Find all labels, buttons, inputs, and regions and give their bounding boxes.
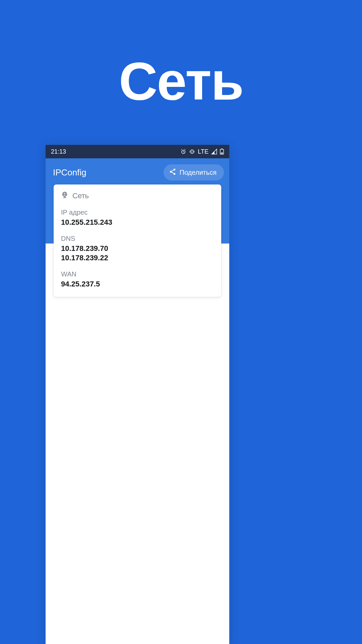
field-label: IP адрес [61,209,214,216]
field-ip-address: IP адрес 10.255.215.243 [61,209,214,227]
vibrate-icon [189,149,195,155]
status-bar: 21:13 LTE [46,145,229,158]
svg-rect-5 [191,150,193,154]
card-title: Сеть [72,192,89,200]
share-icon [169,168,176,177]
field-wan: WAN 94.25.237.5 [61,270,214,289]
field-label: DNS [61,235,214,243]
network-card: Сеть IP адрес 10.255.215.243 DNS 10.178.… [54,184,221,297]
field-dns: DNS 10.178.239.70 10.178.239.22 [61,235,214,263]
svg-line-4 [185,149,185,150]
svg-point-11 [173,168,175,170]
battery-icon [220,149,224,155]
network-type: LTE [198,148,208,155]
app-title: IPConfig [53,167,86,178]
svg-point-12 [170,171,172,173]
field-value: 10.255.215.243 [61,218,214,227]
svg-line-2 [183,152,184,153]
svg-rect-10 [221,153,223,154]
phone-frame: 21:13 LTE [46,145,229,644]
field-value: 94.25.237.5 [61,279,214,289]
alarm-icon [180,149,186,155]
svg-line-3 [181,149,182,150]
field-value: 10.178.239.70 10.178.239.22 [61,244,214,263]
share-button-label: Поделиться [180,169,217,176]
svg-rect-9 [221,149,223,149]
field-label: WAN [61,270,214,278]
status-time: 21:13 [51,148,66,155]
globe-icon [61,191,68,201]
share-button[interactable]: Поделиться [164,164,224,180]
page-title: Сеть [0,50,362,112]
svg-point-13 [173,173,175,175]
signal-icon [211,149,217,155]
card-header: Сеть [61,191,214,201]
